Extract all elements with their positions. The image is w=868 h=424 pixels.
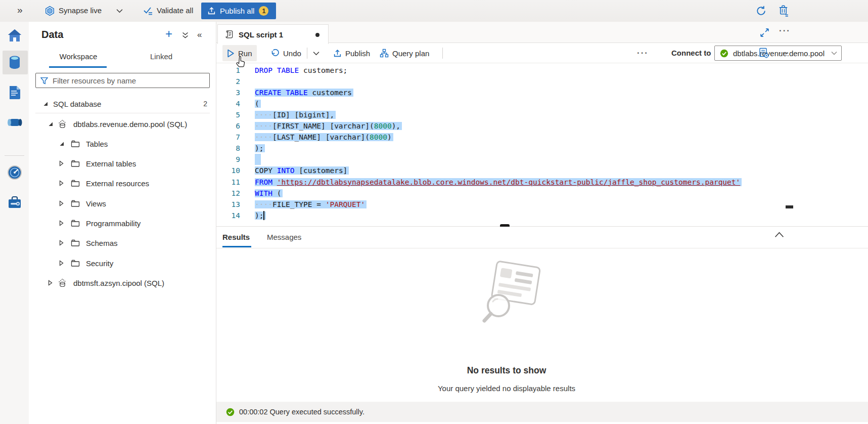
collapsed-triangle-icon[interactable] [59, 180, 64, 186]
toolbar-overflow-icon[interactable]: ··· [779, 48, 790, 58]
run-button[interactable]: Run [222, 45, 257, 61]
publish-button[interactable]: Publish [329, 45, 375, 61]
toolbar-more-icon[interactable]: ··· [637, 48, 649, 58]
tab-more-actions-icon[interactable]: ··· [779, 26, 791, 36]
tree-item-tables[interactable]: Tables [29, 134, 216, 153]
tree-item-security[interactable]: Security [29, 253, 216, 273]
tree-item-programmability[interactable]: Programmability [29, 214, 216, 233]
line-content [255, 154, 261, 165]
mode-selector[interactable]: Synapse live [59, 6, 102, 15]
tree-item-label: dbtmsft.azsyn.cipool (SQL) [73, 279, 164, 287]
upload-icon [207, 7, 216, 15]
line-content: ); [255, 143, 265, 154]
collapsed-triangle-icon[interactable] [59, 260, 64, 266]
pool-selector-dropdown[interactable]: dbtlabs.revenue.demo.pool [714, 46, 842, 61]
nav-home[interactable] [3, 23, 26, 47]
line-content: ( [255, 98, 261, 109]
data-explorer-panel: Data + « Workspace Linked SQL database2d… [29, 22, 216, 424]
tree-item-external-resources[interactable]: External resources [29, 174, 216, 193]
expand-sidebar-icon[interactable]: » [17, 5, 23, 15]
code-editor[interactable]: 1DROP TABLE customers;23CREATE TABLE cus… [216, 63, 868, 226]
data-icon [8, 55, 22, 70]
line-number: 11 [216, 177, 240, 188]
publish-all-button[interactable]: Publish all 1 [201, 3, 276, 19]
folder-icon [71, 239, 80, 247]
tree-item-label: Schemas [86, 239, 118, 247]
discard-trash-icon[interactable] [778, 4, 790, 17]
tree-divider [35, 113, 210, 113]
tab-title: SQL script 1 [239, 30, 283, 39]
folder-icon [71, 200, 80, 207]
line-number: 8 [216, 143, 240, 154]
tree-item-dbtmsft-azsyn-cipool-sql[interactable]: dbtmsft.azsyn.cipool (SQL) [29, 273, 216, 292]
tab-results[interactable]: Results [222, 233, 250, 241]
unsaved-changes-dot [315, 33, 319, 37]
folder-icon [71, 260, 80, 267]
nav-monitor[interactable] [3, 160, 26, 184]
manage-icon [7, 195, 22, 209]
nav-manage[interactable] [3, 190, 26, 214]
tree-item-views[interactable]: Views [29, 194, 216, 213]
line-number: 5 [216, 109, 240, 120]
line-number: 6 [216, 120, 240, 132]
publish-upload-icon [333, 49, 342, 58]
results-tabs-divider [216, 248, 868, 248]
undo-redo-dropdown[interactable] [308, 45, 324, 61]
line-content: FROM 'https://dbtlabsynapsedatalake.blob… [255, 177, 742, 188]
collapsed-triangle-icon[interactable] [59, 200, 64, 206]
selection-highlight: WITH ( [255, 189, 283, 197]
collapse-panel-icon[interactable]: « [197, 30, 201, 40]
refresh-icon[interactable] [755, 5, 767, 17]
selection-highlight: ····[FIRST_NAME] [varchar](8000), [255, 122, 402, 130]
rail-divider [5, 155, 24, 156]
develop-icon [8, 85, 21, 100]
tree-item-label: SQL database [53, 100, 101, 108]
connect-to-label: Connect to [671, 49, 711, 57]
tree-item-label: Tables [86, 140, 108, 148]
folder-icon [71, 160, 80, 167]
properties-icon[interactable] [758, 47, 769, 59]
status-message: 00:00:02 Query executed successfully. [239, 408, 364, 416]
line-content: ); [255, 210, 266, 221]
nav-integrate[interactable] [3, 110, 26, 134]
mode-chevron-down-icon[interactable] [116, 9, 123, 13]
tree-item-dbtlabs-revenue-demo-pool-sql[interactable]: dbtlabs.revenue.demo.pool (SQL) [29, 114, 216, 134]
tree-item-sql-database[interactable]: SQL database2 [29, 94, 216, 113]
collapsed-triangle-icon[interactable] [59, 240, 64, 246]
connected-check-icon [720, 49, 728, 58]
collapse-all-icon[interactable] [181, 32, 189, 39]
expanded-triangle-icon[interactable] [48, 121, 53, 126]
tab-workspace[interactable]: Workspace [48, 52, 109, 61]
script-toolbar: Run Undo Publish Query plan [216, 43, 868, 63]
tree-item-external-tables[interactable]: External tables [29, 154, 216, 173]
expanded-triangle-icon[interactable] [43, 101, 48, 106]
undo-button[interactable]: Undo [266, 45, 306, 61]
chevron-down-icon [313, 51, 319, 56]
synapse-live-icon [44, 6, 55, 16]
collapse-results-icon[interactable] [774, 232, 784, 238]
add-resource-icon[interactable]: + [165, 27, 172, 41]
tab-sql-script-1[interactable]: SQL script 1 [217, 24, 329, 44]
dropdown-chevron-icon [831, 51, 837, 55]
collapsed-triangle-icon[interactable] [59, 220, 64, 226]
tree-item-schemas[interactable]: Schemas [29, 233, 216, 252]
tab-linked[interactable]: Linked [131, 52, 192, 61]
collapsed-triangle-icon[interactable] [59, 160, 64, 166]
filter-input[interactable] [52, 76, 209, 86]
expanded-triangle-icon[interactable] [59, 141, 64, 146]
tab-messages[interactable]: Messages [267, 233, 301, 241]
top-command-bar: » Synapse live Validate all Publish all … [0, 0, 868, 22]
expand-editor-icon[interactable] [760, 28, 769, 37]
line-content: ····FILE_TYPE = 'PARQUET' [255, 199, 367, 210]
nav-develop[interactable] [3, 80, 26, 104]
filter-funnel-icon [40, 77, 48, 84]
line-number: 12 [216, 188, 240, 199]
collapsed-triangle-icon[interactable] [48, 280, 53, 286]
tree-item-label: Programmability [86, 219, 141, 228]
query-status-bar: 00:00:02 Query executed successfully. [216, 402, 868, 422]
query-plan-button[interactable]: Query plan [375, 45, 434, 61]
overview-cursor-marker [786, 205, 793, 208]
toolbar-divider [442, 48, 443, 59]
nav-data[interactable] [3, 51, 28, 74]
validate-all-button[interactable]: Validate all [157, 6, 193, 15]
